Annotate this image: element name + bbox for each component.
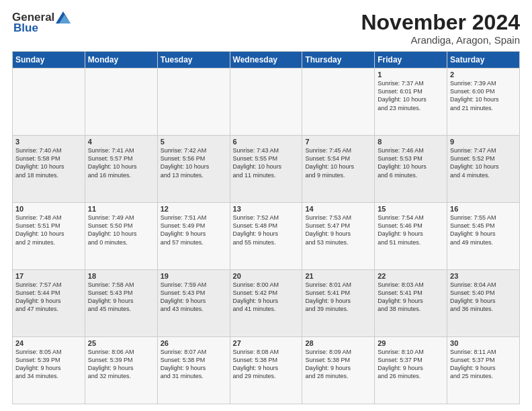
- calendar-cell: 15Sunrise: 7:54 AM Sunset: 5:46 PM Dayli…: [375, 203, 447, 270]
- day-number: 27: [233, 339, 300, 347]
- day-number: 6: [233, 138, 300, 146]
- calendar-body: 1Sunrise: 7:37 AM Sunset: 6:01 PM Daylig…: [13, 68, 520, 404]
- col-saturday: Saturday: [447, 52, 520, 68]
- day-info: Sunrise: 7:41 AM Sunset: 5:57 PM Dayligh…: [88, 146, 154, 179]
- day-info: Sunrise: 8:07 AM Sunset: 5:38 PM Dayligh…: [161, 348, 227, 381]
- day-number: 12: [161, 205, 227, 213]
- calendar-cell: 22Sunrise: 8:03 AM Sunset: 5:41 PM Dayli…: [375, 270, 447, 337]
- calendar-cell: 25Sunrise: 8:06 AM Sunset: 5:39 PM Dayli…: [85, 337, 157, 404]
- calendar-cell: [13, 68, 85, 136]
- title-block: November 2024 Arandiga, Aragon, Spain: [361, 11, 520, 46]
- day-info: Sunrise: 7:58 AM Sunset: 5:43 PM Dayligh…: [88, 281, 154, 314]
- day-info: Sunrise: 7:52 AM Sunset: 5:48 PM Dayligh…: [233, 214, 300, 246]
- day-info: Sunrise: 7:39 AM Sunset: 6:00 PM Dayligh…: [450, 79, 517, 112]
- day-number: 28: [305, 339, 371, 347]
- day-number: 22: [378, 272, 444, 280]
- col-sunday: Sunday: [13, 52, 85, 68]
- calendar-cell: 4Sunrise: 7:41 AM Sunset: 5:57 PM Daylig…: [85, 136, 157, 203]
- col-tuesday: Tuesday: [157, 52, 230, 68]
- day-info: Sunrise: 7:40 AM Sunset: 5:58 PM Dayligh…: [15, 146, 82, 179]
- calendar-week-0: 1Sunrise: 7:37 AM Sunset: 6:01 PM Daylig…: [13, 68, 520, 136]
- day-number: 11: [88, 205, 154, 213]
- calendar-cell: 7Sunrise: 7:45 AM Sunset: 5:54 PM Daylig…: [302, 136, 375, 203]
- calendar-cell: 23Sunrise: 8:04 AM Sunset: 5:40 PM Dayli…: [447, 270, 520, 337]
- day-info: Sunrise: 8:01 AM Sunset: 5:41 PM Dayligh…: [305, 281, 371, 314]
- day-info: Sunrise: 7:42 AM Sunset: 5:56 PM Dayligh…: [161, 146, 227, 179]
- calendar-cell: 6Sunrise: 7:43 AM Sunset: 5:55 PM Daylig…: [230, 136, 302, 203]
- calendar-cell: 18Sunrise: 7:58 AM Sunset: 5:43 PM Dayli…: [85, 270, 157, 337]
- day-number: 19: [161, 272, 227, 280]
- day-number: 15: [378, 205, 444, 213]
- day-info: Sunrise: 8:08 AM Sunset: 5:38 PM Dayligh…: [233, 348, 300, 381]
- day-info: Sunrise: 7:57 AM Sunset: 5:44 PM Dayligh…: [15, 281, 82, 314]
- day-info: Sunrise: 7:49 AM Sunset: 5:50 PM Dayligh…: [88, 214, 154, 246]
- calendar-cell: 17Sunrise: 7:57 AM Sunset: 5:44 PM Dayli…: [13, 270, 85, 337]
- calendar-cell: 9Sunrise: 7:47 AM Sunset: 5:52 PM Daylig…: [447, 136, 520, 203]
- day-number: 10: [15, 205, 82, 213]
- location: Arandiga, Aragon, Spain: [361, 34, 520, 46]
- calendar-cell: 1Sunrise: 7:37 AM Sunset: 6:01 PM Daylig…: [375, 68, 447, 136]
- day-info: Sunrise: 7:53 AM Sunset: 5:47 PM Dayligh…: [305, 214, 371, 246]
- calendar-cell: 19Sunrise: 7:59 AM Sunset: 5:43 PM Dayli…: [157, 270, 230, 337]
- day-number: 24: [15, 339, 82, 347]
- calendar-cell: 30Sunrise: 8:11 AM Sunset: 5:37 PM Dayli…: [447, 337, 520, 404]
- day-number: 9: [450, 138, 517, 146]
- calendar-week-1: 3Sunrise: 7:40 AM Sunset: 5:58 PM Daylig…: [13, 136, 520, 203]
- day-number: 26: [161, 339, 227, 347]
- day-number: 25: [88, 339, 154, 347]
- day-info: Sunrise: 8:04 AM Sunset: 5:40 PM Dayligh…: [450, 281, 517, 314]
- day-number: 4: [88, 138, 154, 146]
- day-number: 3: [15, 138, 82, 146]
- day-info: Sunrise: 8:11 AM Sunset: 5:37 PM Dayligh…: [450, 348, 517, 381]
- calendar-cell: 3Sunrise: 7:40 AM Sunset: 5:58 PM Daylig…: [13, 136, 85, 203]
- calendar-table: Sunday Monday Tuesday Wednesday Thursday…: [12, 51, 520, 404]
- day-info: Sunrise: 8:10 AM Sunset: 5:37 PM Dayligh…: [378, 348, 444, 381]
- day-number: 13: [233, 205, 300, 213]
- calendar-cell: 5Sunrise: 7:42 AM Sunset: 5:56 PM Daylig…: [157, 136, 230, 203]
- day-info: Sunrise: 8:03 AM Sunset: 5:41 PM Dayligh…: [378, 281, 444, 314]
- day-info: Sunrise: 8:09 AM Sunset: 5:38 PM Dayligh…: [305, 348, 371, 381]
- day-number: 16: [450, 205, 517, 213]
- day-number: 8: [378, 138, 444, 146]
- calendar-cell: 11Sunrise: 7:49 AM Sunset: 5:50 PM Dayli…: [85, 203, 157, 270]
- calendar-header: Sunday Monday Tuesday Wednesday Thursday…: [13, 52, 520, 68]
- calendar-cell: 20Sunrise: 8:00 AM Sunset: 5:42 PM Dayli…: [230, 270, 302, 337]
- day-info: Sunrise: 8:00 AM Sunset: 5:42 PM Dayligh…: [233, 281, 300, 314]
- day-info: Sunrise: 7:55 AM Sunset: 5:45 PM Dayligh…: [450, 214, 517, 246]
- calendar-week-3: 17Sunrise: 7:57 AM Sunset: 5:44 PM Dayli…: [13, 270, 520, 337]
- logo: General Blue: [12, 11, 71, 35]
- calendar-page: General Blue November 2024 Arandiga, Ara…: [0, 0, 532, 411]
- day-info: Sunrise: 7:47 AM Sunset: 5:52 PM Dayligh…: [450, 146, 517, 179]
- col-friday: Friday: [375, 52, 447, 68]
- day-number: 20: [233, 272, 300, 280]
- day-number: 30: [450, 339, 517, 347]
- calendar-cell: 21Sunrise: 8:01 AM Sunset: 5:41 PM Dayli…: [302, 270, 375, 337]
- day-info: Sunrise: 7:59 AM Sunset: 5:43 PM Dayligh…: [161, 281, 227, 314]
- day-number: 7: [305, 138, 371, 146]
- day-info: Sunrise: 8:06 AM Sunset: 5:39 PM Dayligh…: [88, 348, 154, 381]
- calendar-cell: 12Sunrise: 7:51 AM Sunset: 5:49 PM Dayli…: [157, 203, 230, 270]
- month-title: November 2024: [361, 11, 520, 34]
- header: General Blue November 2024 Arandiga, Ara…: [12, 11, 520, 46]
- day-number: 1: [378, 71, 444, 79]
- day-info: Sunrise: 7:37 AM Sunset: 6:01 PM Dayligh…: [378, 79, 444, 112]
- col-wednesday: Wednesday: [230, 52, 302, 68]
- day-info: Sunrise: 7:48 AM Sunset: 5:51 PM Dayligh…: [15, 214, 82, 246]
- calendar-cell: [230, 68, 302, 136]
- calendar-cell: 29Sunrise: 8:10 AM Sunset: 5:37 PM Dayli…: [375, 337, 447, 404]
- calendar-week-2: 10Sunrise: 7:48 AM Sunset: 5:51 PM Dayli…: [13, 203, 520, 270]
- day-number: 2: [450, 71, 517, 79]
- header-row: Sunday Monday Tuesday Wednesday Thursday…: [13, 52, 520, 68]
- day-info: Sunrise: 7:45 AM Sunset: 5:54 PM Dayligh…: [305, 146, 371, 179]
- calendar-cell: [157, 68, 230, 136]
- calendar-cell: 26Sunrise: 8:07 AM Sunset: 5:38 PM Dayli…: [157, 337, 230, 404]
- day-number: 23: [450, 272, 517, 280]
- calendar-cell: 16Sunrise: 7:55 AM Sunset: 5:45 PM Dayli…: [447, 203, 520, 270]
- calendar-cell: 28Sunrise: 8:09 AM Sunset: 5:38 PM Dayli…: [302, 337, 375, 404]
- col-monday: Monday: [85, 52, 157, 68]
- calendar-cell: 10Sunrise: 7:48 AM Sunset: 5:51 PM Dayli…: [13, 203, 85, 270]
- day-info: Sunrise: 7:43 AM Sunset: 5:55 PM Dayligh…: [233, 146, 300, 179]
- day-number: 14: [305, 205, 371, 213]
- calendar-cell: 8Sunrise: 7:46 AM Sunset: 5:53 PM Daylig…: [375, 136, 447, 203]
- calendar-cell: 27Sunrise: 8:08 AM Sunset: 5:38 PM Dayli…: [230, 337, 302, 404]
